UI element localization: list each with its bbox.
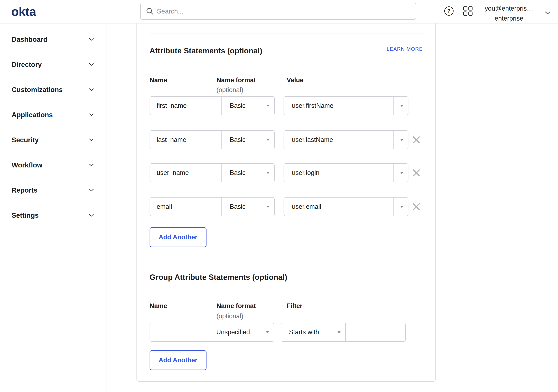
section-divider-top bbox=[150, 33, 423, 34]
user-menu-toggle[interactable] bbox=[545, 11, 550, 15]
group-attribute-row: Unspecified Starts with bbox=[149, 322, 423, 342]
group-name-format-select[interactable]: Unspecified bbox=[208, 323, 274, 341]
group-attribute-statements-title: Group Attribute Statements (optional) bbox=[149, 272, 287, 282]
select-caret-icon bbox=[266, 105, 270, 107]
chevron-down-icon bbox=[545, 11, 550, 15]
svg-text:?: ? bbox=[447, 8, 451, 14]
select-caret-icon bbox=[337, 331, 341, 333]
name-format-select[interactable]: Basic bbox=[221, 131, 274, 149]
attribute-row: Basic bbox=[149, 96, 423, 115]
name-format-select-value: Basic bbox=[230, 169, 245, 177]
column-header-value: Value bbox=[287, 76, 304, 85]
add-another-group-attribute-button[interactable]: Add Another bbox=[149, 350, 207, 370]
attribute-row: Basic bbox=[149, 197, 423, 216]
select-caret-icon bbox=[266, 331, 269, 333]
attribute-row: Basic bbox=[149, 130, 423, 149]
attribute-value-group bbox=[284, 197, 409, 216]
filter-type-select[interactable]: Starts with bbox=[281, 323, 345, 341]
select-caret-icon bbox=[266, 206, 270, 208]
search-icon bbox=[146, 8, 154, 15]
name-format-select-value: Basic bbox=[230, 203, 245, 210]
filter-value-input[interactable] bbox=[345, 323, 406, 341]
select-caret-icon bbox=[400, 105, 403, 107]
column-header-name-format: Name format bbox=[217, 76, 256, 85]
name-format-select[interactable]: Basic bbox=[221, 96, 274, 115]
filter-type-select-value: Starts with bbox=[289, 328, 319, 336]
search-input[interactable] bbox=[154, 3, 416, 19]
close-icon bbox=[412, 136, 420, 144]
attribute-name-group: Basic bbox=[149, 130, 275, 149]
user-email: you@enterpris… bbox=[481, 4, 537, 14]
attribute-value-input[interactable] bbox=[284, 164, 393, 182]
remove-row-button[interactable] bbox=[412, 169, 420, 177]
value-dropdown-button[interactable] bbox=[393, 131, 408, 149]
attribute-name-input[interactable] bbox=[150, 131, 221, 149]
value-dropdown-button[interactable] bbox=[393, 96, 408, 115]
user-org: enterprise bbox=[481, 14, 537, 24]
group-name-format-select-value: Unspecified bbox=[216, 328, 250, 336]
select-caret-icon bbox=[400, 172, 403, 174]
attribute-value-group bbox=[284, 130, 409, 149]
name-format-select-value: Basic bbox=[230, 102, 245, 109]
select-caret-icon bbox=[266, 172, 270, 174]
help-button[interactable]: ? bbox=[444, 6, 454, 16]
select-caret-icon bbox=[400, 139, 403, 141]
group-filter-group: Starts with bbox=[281, 322, 406, 342]
attribute-value-input[interactable] bbox=[284, 96, 393, 115]
name-format-select[interactable]: Basic bbox=[221, 198, 274, 216]
add-another-attribute-button[interactable]: Add Another bbox=[149, 227, 207, 247]
group-name-input[interactable] bbox=[150, 323, 208, 341]
section-divider-middle bbox=[150, 259, 423, 259]
attribute-value-input[interactable] bbox=[284, 198, 393, 216]
column-header-filter: Filter bbox=[287, 301, 303, 311]
value-dropdown-button[interactable] bbox=[393, 198, 408, 216]
grid-icon bbox=[463, 6, 473, 16]
attribute-value-group bbox=[284, 96, 409, 115]
attribute-name-input[interactable] bbox=[150, 198, 221, 216]
select-caret-icon bbox=[266, 139, 270, 141]
okta-logo[interactable]: okta bbox=[11, 0, 36, 23]
apps-grid-button[interactable] bbox=[463, 6, 473, 16]
close-icon bbox=[412, 203, 420, 211]
group-name-group: Unspecified bbox=[149, 322, 274, 342]
column-header-name: Name bbox=[149, 301, 167, 311]
learn-more-link[interactable]: LEARN MORE bbox=[387, 44, 423, 54]
name-format-optional-label: (optional) bbox=[217, 85, 243, 95]
attribute-statements-title: Attribute Statements (optional) bbox=[149, 46, 262, 56]
name-format-select[interactable]: Basic bbox=[221, 164, 274, 182]
close-icon bbox=[412, 169, 420, 177]
content-layer: Attribute Statements (optional) LEARN MO… bbox=[0, 0, 558, 392]
user-menu[interactable]: you@enterpris… enterprise bbox=[481, 4, 537, 24]
attribute-name-input[interactable] bbox=[150, 164, 221, 182]
remove-row-button[interactable] bbox=[412, 136, 420, 144]
help-icon: ? bbox=[444, 6, 454, 16]
global-search bbox=[140, 3, 416, 20]
attribute-name-input[interactable] bbox=[150, 96, 221, 115]
value-dropdown-button[interactable] bbox=[393, 164, 408, 182]
name-format-optional-label: (optional) bbox=[217, 312, 243, 321]
column-header-name: Name bbox=[149, 76, 167, 85]
remove-row-button[interactable] bbox=[412, 203, 420, 211]
attribute-name-group: Basic bbox=[149, 163, 275, 183]
topbar: okta ? you@enterpris… enterprise bbox=[0, 0, 558, 24]
attribute-value-input[interactable] bbox=[284, 131, 393, 149]
column-header-name-format: Name format bbox=[217, 301, 256, 311]
attribute-value-group bbox=[284, 163, 409, 183]
select-caret-icon bbox=[400, 206, 403, 208]
attribute-row: Basic bbox=[149, 163, 423, 183]
attribute-name-group: Basic bbox=[149, 96, 275, 115]
attribute-name-group: Basic bbox=[149, 197, 275, 216]
name-format-select-value: Basic bbox=[230, 136, 245, 144]
